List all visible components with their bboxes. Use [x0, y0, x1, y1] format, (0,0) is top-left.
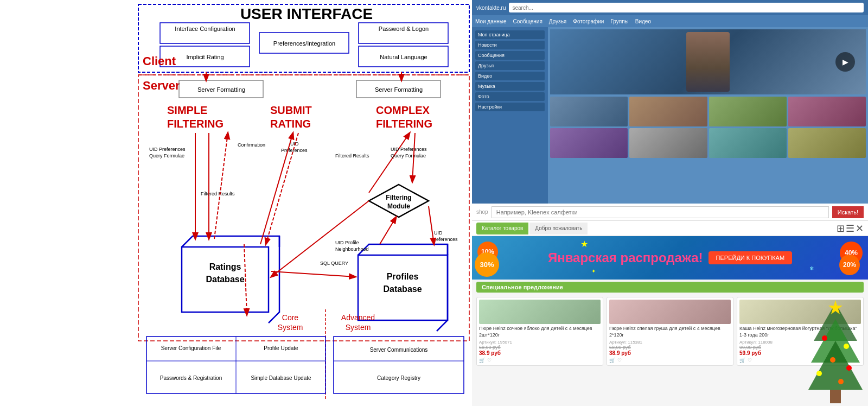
grid-item — [550, 128, 628, 158]
cart-icon[interactable]: 🛒 — [479, 358, 485, 363]
svg-text:Category Registry: Category Registry — [377, 375, 420, 381]
person-image — [686, 32, 730, 92]
svg-text:Database: Database — [206, 275, 244, 284]
nav-item: Фотографии — [573, 18, 604, 24]
grid-item — [550, 97, 628, 126]
product-item: Каша Heinz многозерновая йогуртная "Любо… — [737, 297, 864, 366]
svg-text:System: System — [346, 323, 371, 332]
sidebar-item: Музыка — [475, 82, 545, 91]
browser-header: vkontakte.ru — [472, 0, 868, 15]
right-top-screenshot: vkontakte.ru Мои данные Сообщения Друзья… — [472, 0, 868, 204]
svg-text:USER INTERFACE: USER INTERFACE — [240, 5, 373, 22]
svg-text:Profiles: Profiles — [387, 272, 419, 281]
svg-text:Advanced: Advanced — [341, 313, 375, 322]
svg-text:RATING: RATING — [270, 118, 311, 130]
hero-image: ▶ — [550, 29, 866, 94]
nav-item: Видео — [635, 18, 651, 24]
product-actions: 🛒 ♡ — [609, 358, 731, 363]
welcome-button[interactable]: Добро пожаловать — [529, 223, 588, 234]
product-old-price: 58,90 руб — [609, 345, 731, 350]
site-sidebar: Моя страница Новости Сообщения Друзья Ви… — [472, 27, 548, 204]
svg-text:Server Communications: Server Communications — [370, 347, 428, 353]
grid-item — [788, 128, 866, 158]
cart-icon[interactable]: 🛒 — [609, 358, 615, 363]
svg-text:Module: Module — [387, 202, 410, 210]
product-article: Артикул: 195071 — [479, 340, 601, 345]
product-article: Артикул: 115381 — [609, 340, 731, 345]
sale-banner: 10% 30% Январская распродажа! ПЕРЕЙДИ К … — [472, 236, 868, 280]
favorite-icon[interactable]: ♡ — [617, 358, 622, 363]
product-image — [609, 300, 731, 324]
svg-text:Passwords & Registration: Passwords & Registration — [160, 375, 222, 381]
site-content: Моя страница Новости Сообщения Друзья Ви… — [472, 27, 868, 204]
svg-text:Server: Server — [143, 79, 180, 92]
snowflake-icon: ❄ — [809, 265, 814, 271]
product-actions: 🛒 ♡ — [479, 358, 601, 363]
svg-text:Server Formatting: Server Formatting — [197, 86, 245, 93]
product-price: 38.9 руб — [479, 350, 601, 356]
products-grid: Пюре Heinz сочное яблоко для детей с 4 м… — [472, 295, 868, 368]
svg-text:Server Configuration File: Server Configuration File — [161, 345, 221, 351]
product-name: Пюре Heinz спелая груша для детей с 4 ме… — [609, 326, 731, 338]
grid-view-icon[interactable]: ⊞ — [837, 223, 845, 234]
svg-text:Filtered Results: Filtered Results — [201, 191, 235, 196]
svg-text:Neighbourhood: Neighbourhood — [335, 246, 369, 252]
product-price: 38.9 руб — [609, 350, 731, 356]
svg-text:Query Formulae: Query Formulae — [149, 153, 184, 158]
svg-text:Implicit Rating: Implicit Rating — [186, 54, 224, 60]
star-small-icon: ✦ — [591, 268, 596, 274]
sidebar-item: Фото — [475, 92, 545, 101]
cart-icon[interactable]: 🛒 — [739, 358, 745, 363]
diagram-area: USER INTERFACE Interface Configuration I… — [0, 0, 472, 406]
product-image — [739, 300, 861, 324]
svg-text:COMPLEX: COMPLEX — [376, 104, 430, 116]
sale-button[interactable]: ПЕРЕЙДИ К ПОКУПКАМ — [709, 251, 793, 264]
list-view-icon[interactable]: ☰ — [846, 223, 854, 234]
product-item: Пюре Heinz сочное яблоко для детей с 4 м… — [476, 297, 603, 366]
favorite-icon[interactable]: ♡ — [748, 358, 752, 363]
svg-text:Client: Client — [143, 54, 176, 68]
site-main: ▶ — [548, 27, 868, 204]
sidebar-item: Настройки — [475, 103, 545, 111]
shop-search-input[interactable] — [492, 206, 829, 218]
catalog-button[interactable]: Каталог товаров — [476, 223, 528, 234]
svg-text:Ratings: Ratings — [209, 262, 241, 271]
right-bottom-screenshot: shop Искать! Каталог товаров Добро пожал… — [472, 204, 868, 406]
star-icon: ★ — [580, 239, 588, 249]
favorite-icon[interactable]: ♡ — [487, 358, 492, 363]
shop-nav: Каталог товаров Добро пожаловать ⊞ ☰ ✕ — [472, 221, 868, 236]
play-icon: ▶ — [843, 58, 848, 66]
sale-title: Январская распродажа! — [548, 250, 703, 265]
close-view-icon[interactable]: ✕ — [856, 223, 864, 234]
svg-text:SUBMIT: SUBMIT — [270, 104, 312, 116]
nav-item: Друзья — [549, 18, 566, 24]
svg-text:Filtered Results: Filtered Results — [335, 153, 369, 158]
play-button[interactable]: ▶ — [835, 52, 855, 72]
product-price: 59.9 руб — [739, 350, 861, 356]
browser-url: vkontakte.ru — [476, 5, 506, 11]
badge-30: 30% — [475, 252, 499, 277]
product-old-price: 99,90 руб — [739, 345, 861, 350]
sidebar-item: Сообщения — [475, 51, 545, 60]
svg-text:SIMPLE: SIMPLE — [167, 104, 207, 116]
svg-text:Confirmation: Confirmation — [238, 142, 265, 148]
svg-text:UID Preferences: UID Preferences — [149, 147, 186, 152]
nav-item: Группы — [610, 18, 628, 24]
svg-text:Preferences/Integration: Preferences/Integration — [273, 40, 335, 47]
product-name: Пюре Heinz сочное яблоко для детей с 4 м… — [479, 326, 601, 338]
svg-text:UID Profile: UID Profile — [335, 240, 359, 245]
grid-item — [709, 97, 787, 126]
photo-grid — [550, 97, 866, 158]
svg-text:Simple Database Update: Simple Database Update — [251, 375, 311, 381]
product-image — [479, 300, 601, 324]
svg-text:Preferences: Preferences — [431, 237, 458, 242]
svg-text:UID Preferences: UID Preferences — [391, 147, 427, 152]
browser-search[interactable] — [509, 3, 864, 12]
shop-search-button[interactable]: Искать! — [832, 206, 864, 218]
svg-text:Core: Core — [282, 313, 299, 322]
main-container: USER INTERFACE Interface Configuration I… — [0, 0, 868, 406]
product-name: Каша Heinz многозерновая йогуртная "Любо… — [739, 326, 861, 338]
grid-item — [709, 128, 787, 158]
svg-text:System: System — [278, 323, 303, 332]
svg-text:Password & Logon: Password & Logon — [379, 26, 429, 32]
